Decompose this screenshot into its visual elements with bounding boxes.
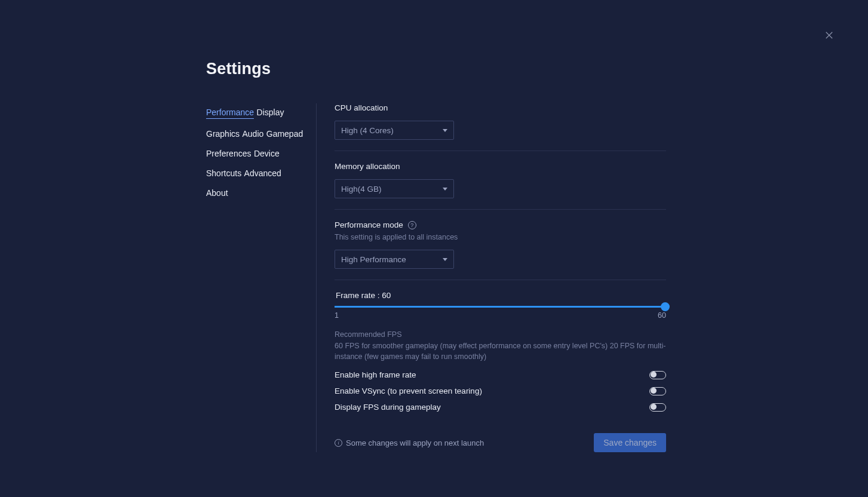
save-changes-button[interactable]: Save changes — [594, 433, 666, 452]
enable-vsync-label: Enable VSync (to prevent screen tearing) — [335, 386, 482, 395]
cpu-allocation-label: CPU allocation — [335, 103, 666, 112]
help-icon[interactable]: ? — [408, 221, 416, 229]
close-button[interactable] — [824, 30, 837, 43]
frame-rate-slider[interactable] — [335, 306, 666, 308]
display-fps-toggle[interactable] — [649, 403, 666, 412]
memory-allocation-section: Memory allocation High(4 GB) — [335, 162, 666, 210]
enable-high-frame-row: Enable high frame rate — [335, 370, 666, 379]
cpu-allocation-select[interactable]: High (4 Cores) — [335, 121, 454, 140]
frame-rate-slider-thumb[interactable] — [661, 302, 670, 311]
recommended-fps-title: Recommended FPS — [335, 330, 666, 339]
performance-mode-section: Performance mode ? This setting is appli… — [335, 220, 666, 280]
memory-allocation-select[interactable]: High(4 GB) — [335, 179, 454, 198]
enable-high-frame-label: Enable high frame rate — [335, 370, 416, 379]
chevron-down-icon — [443, 188, 447, 191]
performance-mode-label: Performance mode ? — [335, 220, 666, 229]
frame-rate-section: Frame rate : 60 1 60 Recommended FPS 60 … — [335, 291, 666, 412]
sidebar-item-display[interactable]: Display — [257, 108, 284, 117]
chevron-down-icon — [443, 129, 447, 132]
settings-content: CPU allocation High (4 Cores) Memory all… — [317, 103, 666, 452]
cpu-allocation-section: CPU allocation High (4 Cores) — [335, 103, 666, 151]
sidebar-item-audio[interactable]: Audio — [242, 129, 263, 139]
settings-sidebar: Performance Display Graphics Audio Gamep… — [206, 103, 317, 452]
frame-rate-range: 1 60 — [335, 311, 666, 320]
page-title: Settings — [206, 60, 666, 78]
cpu-allocation-value: High (4 Cores) — [341, 126, 394, 135]
frame-rate-label: Frame rate : 60 — [336, 291, 666, 300]
footer-info: i Some changes will apply on next launch — [335, 438, 484, 447]
enable-vsync-row: Enable VSync (to prevent screen tearing) — [335, 386, 666, 395]
sidebar-item-graphics[interactable]: Graphics — [206, 129, 240, 139]
chevron-down-icon — [443, 258, 447, 261]
performance-mode-value: High Performance — [341, 255, 406, 264]
frame-rate-max: 60 — [658, 311, 666, 320]
display-fps-row: Display FPS during gameplay — [335, 403, 666, 412]
settings-footer: i Some changes will apply on next launch… — [335, 433, 666, 452]
sidebar-item-preferences[interactable]: Preferences — [206, 149, 251, 158]
sidebar-item-device[interactable]: Device — [254, 149, 280, 158]
performance-mode-sublabel: This setting is applied to all instances — [335, 233, 666, 241]
toggle-knob — [651, 404, 657, 410]
close-icon — [824, 30, 835, 41]
sidebar-item-about[interactable]: About — [206, 188, 228, 198]
sidebar-item-advanced[interactable]: Advanced — [244, 168, 281, 178]
sidebar-item-shortcuts[interactable]: Shortcuts — [206, 168, 241, 178]
display-fps-label: Display FPS during gameplay — [335, 403, 441, 412]
memory-allocation-value: High(4 GB) — [341, 185, 382, 194]
memory-allocation-label: Memory allocation — [335, 162, 666, 171]
info-icon: i — [335, 439, 342, 447]
toggle-knob — [651, 388, 657, 394]
recommended-fps-body: 60 FPS for smoother gameplay (may effect… — [335, 341, 666, 362]
performance-mode-select[interactable]: High Performance — [335, 250, 454, 269]
frame-rate-min: 1 — [335, 311, 339, 320]
sidebar-item-performance[interactable]: Performance — [206, 108, 254, 119]
enable-high-frame-toggle[interactable] — [649, 371, 666, 379]
enable-vsync-toggle[interactable] — [649, 387, 666, 395]
toggle-knob — [651, 372, 657, 378]
sidebar-item-gamepad[interactable]: Gamepad — [266, 129, 303, 139]
